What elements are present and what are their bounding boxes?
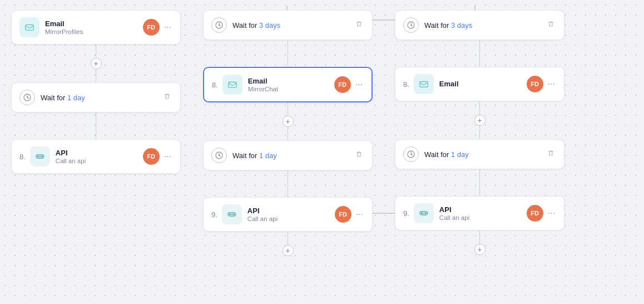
delete-wait-mid-top[interactable] [354, 20, 364, 30]
delete-wait-mid-bot[interactable] [354, 150, 364, 160]
trash-icon-right-top [547, 20, 555, 28]
card-wait-3days-mid[interactable]: Wait for 3 days [203, 10, 373, 40]
vline-2 [96, 69, 97, 82]
card-8-title-right: Email [439, 80, 527, 88]
delete-wait-left[interactable] [162, 92, 172, 102]
card-8-info-left: API Call an api [56, 149, 143, 164]
vline-mid-4 [288, 127, 289, 140]
delete-wait-right-top[interactable] [546, 20, 556, 30]
wait-text-left: Wait for 1 day [41, 94, 162, 102]
card-7-subtitle: MirrorProfiles [45, 28, 143, 35]
card-7-info: Email MirrorProfiles [45, 19, 143, 35]
wait-link-right-top: 3 days [451, 21, 472, 30]
svg-point-5 [41, 156, 43, 158]
card-wait-1day-right[interactable]: Wait for 1 day [395, 139, 564, 169]
wait-link-mid-bot: 1 day [259, 151, 277, 160]
connector-7-wait: + [91, 45, 102, 82]
svg-rect-14 [420, 82, 428, 87]
vline-right-1 [479, 40, 480, 53]
card-9-avatar-mid: FD [335, 206, 351, 223]
card-8-subtitle-left: Call an api [56, 158, 143, 164]
plus-btn-1[interactable]: + [91, 58, 102, 69]
card-7-email[interactable]: Email MirrorProfiles FD ··· [11, 10, 181, 45]
card-9-api-right[interactable]: 9. API Call an api FD ··· [395, 196, 564, 231]
vline-right-3 [479, 101, 480, 115]
more-icon-8-right: ··· [548, 79, 555, 89]
card-8-subtitle-mid: MirrorChat [248, 86, 334, 92]
card-wait-3days-right[interactable]: Wait for 3 days [395, 10, 564, 40]
connector-right-top-8 [479, 40, 480, 67]
card-7-more-button[interactable]: ··· [163, 22, 172, 32]
plus-btn-right-bot[interactable]: + [474, 244, 486, 255]
connector-right-wait-9 [479, 169, 480, 196]
card-8-title-mid: Email [248, 77, 334, 85]
left-column: Email MirrorProfiles FD ··· + [0, 0, 192, 304]
connector-right-bot: + [474, 231, 486, 255]
api-svg-right-9 [419, 208, 429, 218]
card-8-title-left: API [56, 149, 143, 157]
connector-mid-bot: + [283, 232, 294, 256]
vline-1 [96, 45, 97, 58]
card-9-more-right[interactable]: ··· [547, 208, 556, 218]
card-wait-1day-left[interactable]: Wait for 1 day [11, 82, 181, 112]
api-icon-8-left [30, 146, 50, 166]
email-icon-8-mid [222, 75, 242, 95]
clock-svg-left [23, 94, 31, 101]
api-icon-9-right [414, 203, 434, 223]
clock-svg-right-top [407, 21, 415, 29]
vline-mid-7 [288, 232, 289, 245]
wait-text-mid-top: Wait for 3 days [232, 21, 354, 30]
card-9-more-mid[interactable]: ··· [355, 209, 364, 219]
svg-rect-7 [229, 82, 236, 88]
trash-icon-right-bot [547, 149, 555, 158]
svg-point-19 [425, 213, 427, 214]
svg-point-11 [229, 214, 230, 215]
card-8-avatar-left: FD [143, 148, 160, 165]
card-wait-1day-mid[interactable]: Wait for 1 day [203, 140, 373, 170]
card-7-avatar: FD [143, 19, 160, 36]
card-8-email-mid[interactable]: 8. Email MirrorChat FD ··· [203, 67, 373, 102]
svg-point-18 [420, 213, 422, 214]
card-8-api-left[interactable]: 8. API Call an api FD ··· [11, 139, 181, 174]
clock-svg-mid-bot [215, 151, 223, 159]
clock-icon-wait-right-top [403, 17, 419, 33]
card-9-title-mid: API [247, 207, 335, 215]
card-8-info-right: Email [439, 80, 527, 89]
mid-column: Wait for 3 days 8. [192, 0, 384, 304]
plus-btn-mid[interactable]: + [283, 116, 294, 127]
connector-mid-wait-9 [288, 170, 289, 197]
card-8-avatar-right: FD [527, 76, 543, 92]
email-icon-7 [19, 17, 39, 37]
card-8-more-right[interactable]: ··· [547, 79, 556, 89]
plus-btn-right[interactable]: + [474, 115, 486, 126]
wait-link-right-bot: 1 day [451, 150, 469, 159]
card-7-title: Email [45, 19, 143, 28]
delete-wait-right-bot[interactable] [546, 149, 556, 159]
connector-wait-8 [96, 112, 97, 139]
email-svg-right [419, 79, 429, 89]
svg-rect-0 [26, 25, 33, 31]
card-8-info-mid: Email MirrorChat [248, 77, 334, 92]
card-9-api-mid[interactable]: 9. API Call an api FD ··· [203, 197, 373, 232]
card-9-subtitle-mid: Call an api [247, 215, 335, 222]
card-8-more-mid[interactable]: ··· [354, 80, 364, 90]
card-8-more-left[interactable]: ··· [163, 151, 172, 161]
svg-point-4 [37, 156, 38, 158]
more-icon-8-mid: ··· [355, 80, 363, 90]
vline-mid-3 [288, 102, 289, 116]
vline-mid-5 [288, 170, 289, 184]
card-9-info-right: API Call an api [439, 205, 527, 221]
card-8-email-right[interactable]: 8. Email FD ··· [395, 67, 564, 101]
trash-icon-mid-top [355, 20, 363, 28]
card-9-avatar-right: FD [527, 205, 543, 222]
clock-icon-wait-right-bot [403, 146, 419, 162]
vline-right-4 [479, 126, 480, 139]
svg-point-12 [233, 214, 235, 215]
vline-right-5 [479, 169, 480, 183]
plus-btn-mid-bot[interactable]: + [283, 245, 294, 256]
card-9-num-right: 9. [403, 209, 409, 218]
trash-icon-mid-bot [355, 150, 363, 159]
vline-mid-1 [288, 40, 289, 53]
card-9-num-mid: 9. [211, 210, 217, 219]
card-8-avatar-mid: FD [334, 76, 351, 93]
